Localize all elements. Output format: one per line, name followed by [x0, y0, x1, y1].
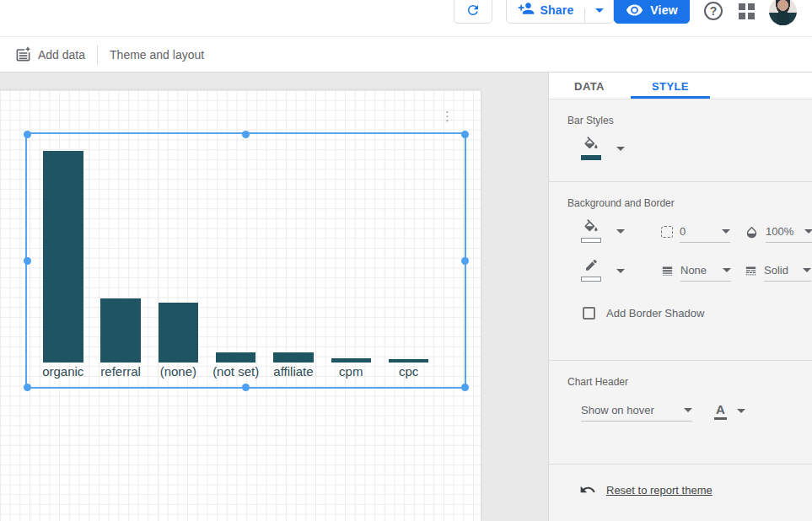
share-button-main[interactable]: Share	[507, 0, 584, 23]
help-button[interactable]: ?	[704, 2, 723, 20]
border-color-swatch	[581, 277, 601, 282]
bar-label: cpc	[399, 364, 418, 379]
selection-handle[interactable]	[461, 131, 469, 138]
section-background-border: Background and Border 0	[549, 182, 812, 361]
bar-label: affiliate	[273, 364, 313, 379]
bar-referral	[100, 298, 141, 363]
add-data-label: Add data	[38, 48, 85, 62]
selection-handle[interactable]	[24, 384, 31, 391]
bar-label: cpm	[339, 364, 363, 379]
text-color-dropdown-icon[interactable]	[737, 409, 745, 413]
bar-chart: organicreferral(none)(not set)affiliatec…	[25, 132, 466, 389]
properties-panel: DATA STYLE Bar Styles Background and Bor…	[548, 73, 812, 521]
panel-footer: Reset to report theme	[549, 465, 812, 521]
bar-label: referral	[100, 364, 141, 379]
selection-handle[interactable]	[24, 257, 31, 265]
border-style-value: Solid	[764, 264, 788, 277]
share-dropdown-button[interactable]	[584, 8, 613, 23]
paint-bucket-icon	[583, 219, 600, 236]
bar-(not set)	[216, 352, 256, 363]
corner-radius-icon	[661, 226, 673, 238]
selection-handle[interactable]	[461, 384, 469, 391]
view-button[interactable]: View	[614, 0, 690, 24]
chevron-down-icon	[722, 229, 730, 234]
editor-main: ⋮ organicreferral(none)(not set)affiliat…	[0, 73, 812, 521]
refresh-icon	[465, 3, 481, 18]
selection-handle[interactable]	[242, 384, 250, 391]
border-style-select[interactable]: Solid	[764, 260, 811, 282]
bar-cpc	[389, 359, 429, 363]
border-shadow-label: Add Border Shadow	[606, 307, 704, 320]
add-data-button[interactable]: Add data	[15, 46, 85, 62]
chart-header-visibility-select[interactable]: Show on hover	[581, 400, 692, 422]
apps-grid-button[interactable]	[739, 3, 755, 19]
bar-cpm	[331, 358, 372, 363]
border-pen-icon	[583, 260, 599, 275]
corner-radius-value: 0	[680, 225, 686, 238]
selected-bar-chart[interactable]: organicreferral(none)(not set)affiliatec…	[25, 132, 466, 389]
opacity-select[interactable]: 100%	[766, 221, 812, 243]
edit-toolbar: Add data Theme and layout	[0, 36, 812, 73]
paint-bucket-icon	[583, 137, 600, 153]
chart-options-kebab-icon[interactable]: ⋮	[441, 114, 451, 119]
app-header: Share View ?	[0, 0, 812, 36]
share-button-label: Share	[540, 3, 574, 17]
bar-color-swatch	[581, 155, 601, 160]
border-color-dropdown-icon[interactable]	[616, 269, 625, 273]
bar-organic	[43, 151, 83, 363]
border-weight-value: None	[680, 264, 707, 277]
report-canvas[interactable]: ⋮ organicreferral(none)(not set)affiliat…	[0, 90, 481, 521]
opacity-value: 100%	[766, 225, 793, 238]
chevron-down-icon	[723, 268, 731, 272]
bar-color-dropdown-icon[interactable]	[616, 147, 625, 151]
share-button[interactable]: Share	[506, 0, 614, 24]
bar-affiliate	[273, 352, 314, 363]
border-color-picker[interactable]	[581, 260, 601, 282]
apps-grid-icon	[739, 3, 745, 10]
bar-label: organic	[42, 364, 83, 379]
background-border-title: Background and Border	[567, 197, 675, 209]
background-color-swatch	[581, 238, 601, 243]
theme-layout-label: Theme and layout	[110, 48, 204, 62]
section-bar-styles: Bar Styles	[549, 99, 812, 182]
bar-label: (none)	[160, 364, 196, 379]
section-chart-header: Chart Header Show on hover A	[549, 361, 812, 465]
chevron-down-icon	[595, 8, 604, 13]
eye-icon	[626, 3, 643, 17]
line-weight-icon	[661, 265, 674, 277]
toolbar-divider	[97, 45, 98, 65]
bar-color-picker[interactable]	[581, 137, 601, 160]
question-mark-icon: ?	[710, 4, 718, 18]
background-color-dropdown-icon[interactable]	[616, 229, 625, 234]
chevron-down-icon	[684, 408, 692, 412]
chevron-down-icon	[804, 229, 812, 234]
corner-radius-select[interactable]: 0	[680, 221, 730, 243]
undo-icon	[579, 481, 596, 498]
chevron-down-icon	[803, 268, 811, 272]
bar-label: (not set)	[212, 364, 259, 379]
chart-header-title: Chart Header	[567, 376, 628, 388]
bar-(none)	[159, 303, 199, 363]
selection-handle[interactable]	[24, 131, 31, 138]
line-style-icon	[745, 265, 757, 277]
person-add-icon	[518, 0, 535, 17]
refresh-button[interactable]	[454, 0, 492, 24]
selection-handle[interactable]	[461, 257, 469, 265]
tab-style[interactable]: STYLE	[630, 73, 711, 99]
selection-handle[interactable]	[242, 131, 250, 138]
panel-tabbar: DATA STYLE	[549, 73, 812, 99]
chart-header-visibility-value: Show on hover	[581, 404, 654, 416]
opacity-icon	[745, 225, 759, 239]
add-data-icon	[15, 46, 31, 62]
background-color-picker[interactable]	[581, 219, 601, 243]
tab-data[interactable]: DATA	[549, 73, 630, 99]
text-color-button[interactable]: A	[714, 402, 727, 420]
border-weight-select[interactable]: None	[680, 260, 731, 282]
bar-styles-title: Bar Styles	[567, 115, 614, 126]
user-avatar[interactable]	[769, 0, 797, 25]
view-button-label: View	[650, 3, 677, 17]
theme-layout-button[interactable]: Theme and layout	[110, 48, 204, 62]
reset-theme-link[interactable]: Reset to report theme	[606, 484, 713, 497]
border-shadow-checkbox[interactable]	[583, 307, 595, 320]
